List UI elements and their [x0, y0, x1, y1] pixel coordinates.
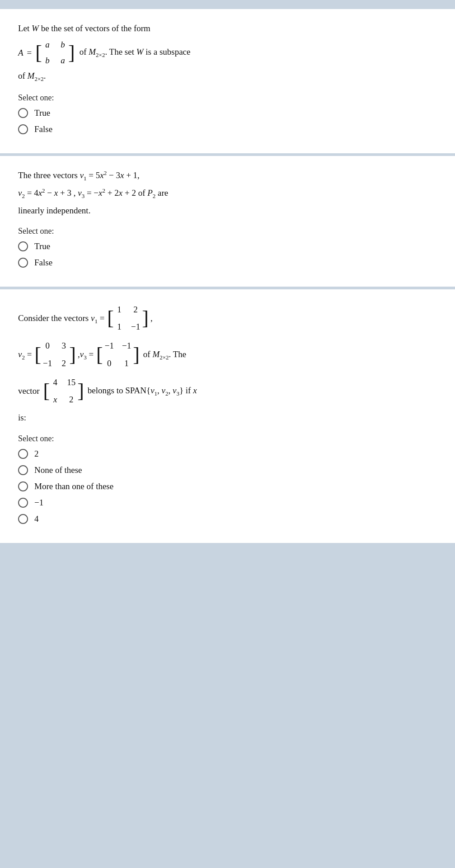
- q1-select-label: Select one:: [18, 93, 437, 103]
- v2-cell-21: −1: [43, 356, 52, 371]
- q2-radio-true[interactable]: [18, 241, 28, 251]
- cell-b1: b: [59, 38, 66, 52]
- q1-radio-true[interactable]: [18, 108, 28, 118]
- q3-radio-2[interactable]: [18, 449, 28, 459]
- q3-v2-matrix: 0 3 −1 2: [43, 338, 67, 371]
- q3-v3-matrix: −1 −1 0 1: [105, 338, 131, 371]
- v1-cell-11: 1: [116, 302, 123, 317]
- q1-line1: Let W be the set of vectors of the form: [18, 22, 437, 35]
- q3-option-none[interactable]: None of these: [18, 465, 437, 475]
- q3-radio-neg1[interactable]: [18, 498, 28, 508]
- q3-option-more[interactable]: More than one of these: [18, 481, 437, 491]
- v3-cell-22: 1: [122, 356, 131, 371]
- v3-bracket-right: ]: [133, 346, 140, 363]
- vec-bracket-right: ]: [77, 382, 84, 399]
- q2-line3: linearly independent.: [18, 204, 437, 217]
- q3-v1-matrix: 1 2 1 −1: [116, 302, 140, 335]
- q3-label-2: 2: [34, 449, 39, 459]
- q2-select-label: Select one:: [18, 226, 437, 236]
- q2-option-true[interactable]: True: [18, 241, 437, 251]
- v1-bracket-left: [: [107, 310, 114, 326]
- vec-cell-12: 15: [67, 375, 75, 390]
- vec-bracket-left: [: [43, 382, 50, 399]
- v1-cell-21: 1: [116, 319, 123, 335]
- q3-option-2[interactable]: 2: [18, 449, 437, 459]
- q2-radio-false[interactable]: [18, 258, 28, 268]
- vec-cell-11: 4: [52, 375, 59, 390]
- q1-label-true: True: [34, 108, 50, 118]
- q2-option-false[interactable]: False: [18, 258, 437, 268]
- cell-a1: a: [44, 38, 51, 52]
- q3-radio-4[interactable]: [18, 514, 28, 524]
- q1-line3: of M2×2.: [18, 69, 437, 84]
- v3-bracket-left: [: [96, 346, 103, 363]
- v2-bracket-right: ]: [69, 346, 76, 363]
- q3-vec-matrix: 4 15 x 2: [52, 375, 75, 407]
- q1-text: Let W be the set of vectors of the form …: [18, 22, 437, 84]
- matrix-bracket-right: ]: [68, 44, 75, 61]
- q1-matrix: a b b a: [44, 38, 66, 67]
- vec-cell-21: x: [52, 392, 59, 407]
- q3-radio-none[interactable]: [18, 465, 28, 475]
- question-2: The three vectors v1 = 5x2 − 3x + 1, v2 …: [0, 156, 455, 287]
- v2-cell-11: 0: [43, 338, 52, 354]
- q2-label-true: True: [34, 241, 50, 251]
- cell-a2: a: [59, 54, 66, 67]
- q2-line1: The three vectors v1 = 5x2 − 3x + 1,: [18, 169, 437, 184]
- page: Let W be the set of vectors of the form …: [0, 0, 455, 555]
- q2-text: The three vectors v1 = 5x2 − 3x + 1, v2 …: [18, 169, 437, 217]
- v1-cell-22: −1: [131, 319, 140, 335]
- q3-label-4: 4: [34, 514, 39, 524]
- v2-cell-12: 3: [60, 338, 67, 354]
- v3-cell-12: −1: [122, 338, 131, 354]
- v3-cell-11: −1: [105, 338, 114, 354]
- q3-text: Consider the vectors v1 = [ 1 2 1 −1 ] ,…: [18, 302, 437, 425]
- q3-label-none: None of these: [34, 465, 82, 475]
- q3-radio-more[interactable]: [18, 481, 28, 491]
- v1-bracket-right: ]: [142, 310, 149, 326]
- q3-line-is: is:: [18, 411, 437, 425]
- q1-option-true[interactable]: True: [18, 108, 437, 118]
- cell-b2: b: [44, 54, 51, 67]
- q3-label-more: More than one of these: [34, 481, 113, 491]
- q2-label-false: False: [34, 258, 52, 268]
- q1-radio-false[interactable]: [18, 124, 28, 134]
- q3-option-4[interactable]: 4: [18, 514, 437, 524]
- v2-cell-22: 2: [60, 356, 67, 371]
- v1-cell-12: 2: [131, 302, 140, 317]
- q2-line2: v2 = 4x2 − x + 3 , v3 = −x2 + 2x + 2 of …: [18, 186, 437, 201]
- v2-bracket-left: [: [34, 346, 41, 363]
- q3-option-neg1[interactable]: −1: [18, 498, 437, 508]
- matrix-bracket-left: [: [35, 44, 42, 61]
- q3-select-label: Select one:: [18, 434, 437, 443]
- v3-cell-21: 0: [105, 356, 114, 371]
- q1-option-false[interactable]: False: [18, 124, 437, 134]
- question-3: Consider the vectors v1 = [ 1 2 1 −1 ] ,…: [0, 289, 455, 543]
- q3-label-neg1: −1: [34, 498, 43, 508]
- question-1: Let W be the set of vectors of the form …: [0, 9, 455, 153]
- vec-cell-22: 2: [67, 392, 75, 407]
- q1-label-false: False: [34, 124, 52, 134]
